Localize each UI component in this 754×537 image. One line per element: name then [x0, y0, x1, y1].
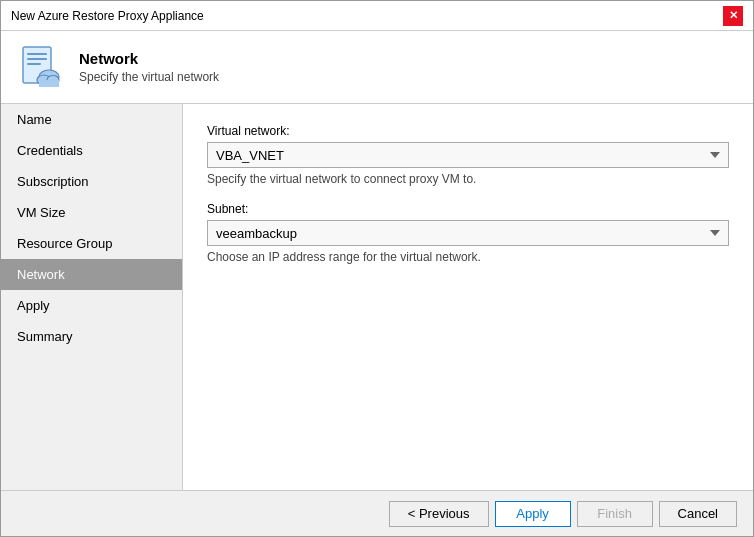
apply-button[interactable]: Apply: [495, 501, 571, 527]
sidebar-item-summary[interactable]: Summary: [1, 321, 182, 352]
svg-rect-1: [27, 53, 47, 55]
subnet-label: Subnet:: [207, 202, 729, 216]
dialog-footer: < Previous Apply Finish Cancel: [1, 490, 753, 536]
virtual-network-label: Virtual network:: [207, 124, 729, 138]
sidebar-item-apply[interactable]: Apply: [1, 290, 182, 321]
dialog-window: New Azure Restore Proxy Appliance ✕: [0, 0, 754, 537]
sidebar: Name Credentials Subscription VM Size Re…: [1, 104, 183, 490]
dialog-header: Network Specify the virtual network: [1, 31, 753, 104]
dialog-body: Name Credentials Subscription VM Size Re…: [1, 104, 753, 490]
svg-rect-2: [27, 58, 47, 60]
sidebar-item-resource-group[interactable]: Resource Group: [1, 228, 182, 259]
cancel-button[interactable]: Cancel: [659, 501, 737, 527]
subnet-select[interactable]: veeambackup: [207, 220, 729, 246]
virtual-network-hint: Specify the virtual network to connect p…: [207, 172, 729, 186]
sidebar-item-name[interactable]: Name: [1, 104, 182, 135]
sidebar-item-subscription[interactable]: Subscription: [1, 166, 182, 197]
header-title: Network: [79, 50, 219, 67]
sidebar-item-credentials[interactable]: Credentials: [1, 135, 182, 166]
finish-button[interactable]: Finish: [577, 501, 653, 527]
previous-button[interactable]: < Previous: [389, 501, 489, 527]
sidebar-item-network[interactable]: Network: [1, 259, 182, 290]
dialog-title: New Azure Restore Proxy Appliance: [11, 9, 204, 23]
svg-rect-3: [27, 63, 41, 65]
sidebar-item-vm-size[interactable]: VM Size: [1, 197, 182, 228]
main-content: Virtual network: VBA_VNET Specify the vi…: [183, 104, 753, 490]
title-bar: New Azure Restore Proxy Appliance ✕: [1, 1, 753, 31]
header-subtitle: Specify the virtual network: [79, 70, 219, 84]
header-icon: [17, 43, 65, 91]
header-text: Network Specify the virtual network: [79, 50, 219, 84]
svg-rect-9: [40, 82, 58, 86]
subnet-hint: Choose an IP address range for the virtu…: [207, 250, 729, 264]
virtual-network-select[interactable]: VBA_VNET: [207, 142, 729, 168]
close-button[interactable]: ✕: [723, 6, 743, 26]
